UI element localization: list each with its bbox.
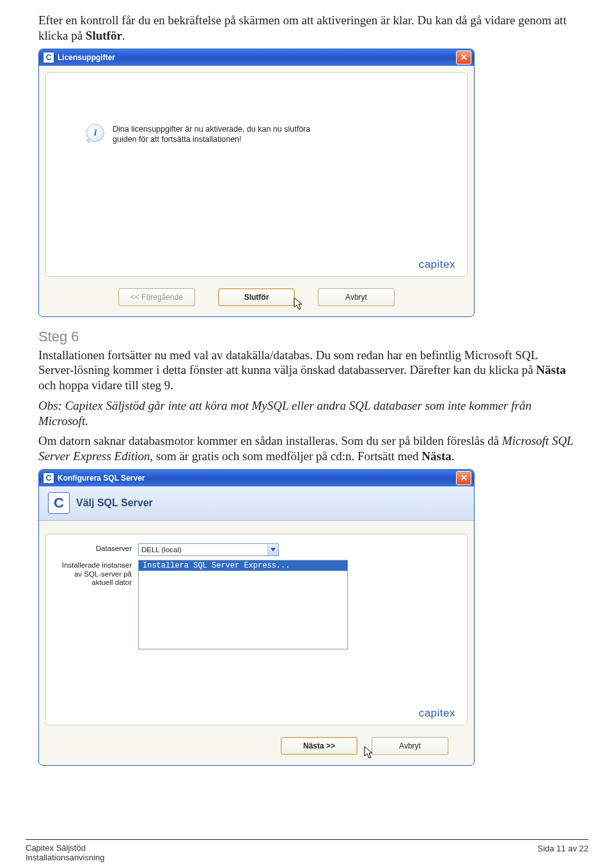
- dataserver-combo[interactable]: DELL (local): [138, 543, 279, 556]
- dialog2-header: C Välj SQL Server: [39, 486, 474, 521]
- chevron-down-icon: [267, 544, 278, 555]
- cursor-icon: [294, 297, 304, 311]
- dialog1-titlebar: C Licensuppgifter ✕: [39, 49, 474, 66]
- step6-paragraph-2: Om datorn saknar databasmotor kommer en …: [38, 433, 576, 464]
- app-icon: C: [43, 472, 54, 484]
- close-button[interactable]: ✕: [456, 471, 471, 485]
- step6-note: Obs: Capitex Säljstöd går inte att köra …: [38, 398, 576, 429]
- step6-heading: Steg 6: [38, 329, 576, 345]
- cursor-icon: [364, 746, 374, 760]
- brand-logo: capitex: [419, 258, 455, 271]
- footer-product: Capitex Säljstöd: [26, 843, 86, 853]
- p2a: Installationen fortsätter nu med val av …: [38, 348, 538, 377]
- close-icon: ✕: [460, 53, 468, 61]
- instances-label: Installerade instanser av SQL-server på …: [58, 561, 138, 587]
- p2b: Nästa: [536, 363, 565, 376]
- dialog2-title: Konfigurera SQL Server: [58, 474, 456, 483]
- p4e: .: [452, 449, 455, 463]
- dialog1-panel: i Dina licensuppgifter är nu aktiverade,…: [45, 72, 468, 277]
- info-line2: guiden för att fortsätta installationen!: [113, 135, 242, 144]
- dialog1-title: Licensuppgifter: [58, 53, 456, 62]
- cancel-button[interactable]: Avbryt: [372, 737, 448, 755]
- footer-page: Sida 11 av 22: [537, 844, 588, 853]
- p2c: och hoppa vidare till steg 9.: [38, 378, 173, 392]
- p4c: , som är gratis och som medföljer på cd:…: [150, 449, 421, 463]
- instances-listbox[interactable]: Installera SQL Server Express...: [138, 560, 348, 649]
- instances-row: Installerade instanser av SQL-server på …: [58, 560, 455, 649]
- info-icon: i: [84, 124, 105, 144]
- next-button[interactable]: Nästa >>: [281, 737, 358, 755]
- app-icon: C: [43, 52, 54, 63]
- info-line1: Dina licensuppgifter är nu aktiverade, d…: [113, 125, 310, 134]
- info-text: Dina licensuppgifter är nu aktiverade, d…: [113, 124, 310, 146]
- document-page: Efter en kontroll får du en bekräftelse …: [0, 0, 614, 868]
- dialog2-titlebar: C Konfigurera SQL Server ✕: [39, 470, 474, 486]
- footer-left: Capitex Säljstöd Installationsanvisning: [26, 844, 105, 863]
- dialog1-buttons: << Föregående Slutför Avbryt: [39, 283, 474, 316]
- page-footer: Capitex Säljstöd Installationsanvisning …: [26, 844, 588, 863]
- p4a: Om datorn saknar databasmotor kommer en …: [38, 434, 502, 447]
- intro-paragraph: Efter en kontroll får du en bekräftelse …: [38, 13, 576, 43]
- dialog2-header-title: Välj SQL Server: [76, 497, 153, 509]
- license-dialog: C Licensuppgifter ✕ i Dina licensuppgift…: [38, 49, 475, 317]
- cancel-button[interactable]: Avbryt: [318, 288, 395, 306]
- dataserver-row: Dataserver DELL (local): [58, 543, 455, 556]
- info-row: i Dina licensuppgifter är nu aktiverade,…: [84, 124, 429, 146]
- dialog2-form: Dataserver DELL (local) Installerade ins…: [45, 534, 468, 725]
- close-button[interactable]: ✕: [456, 50, 471, 65]
- dialog2-buttons: Nästa >> Avbryt: [39, 732, 474, 765]
- intro-slutfor: Slutför: [86, 29, 122, 42]
- list-item-selected[interactable]: Installera SQL Server Express...: [139, 561, 347, 571]
- finish-button[interactable]: Slutför: [218, 288, 295, 306]
- p4d: Nästa: [421, 449, 451, 463]
- step6-paragraph-1: Installationen fortsätter nu med val av …: [38, 348, 576, 393]
- brand-logo: capitex: [419, 707, 455, 720]
- brand-icon: C: [48, 492, 70, 514]
- dataserver-value: DELL (local): [141, 546, 182, 554]
- footer-subtitle: Installationsanvisning: [26, 853, 105, 862]
- footer-divider: [26, 839, 588, 840]
- previous-button: << Föregående: [118, 288, 195, 306]
- intro-text-c: .: [122, 29, 125, 42]
- close-icon: ✕: [460, 474, 468, 482]
- sqlserver-dialog: C Konfigurera SQL Server ✕ C Välj SQL Se…: [38, 469, 475, 766]
- dataserver-label: Dataserver: [58, 545, 138, 554]
